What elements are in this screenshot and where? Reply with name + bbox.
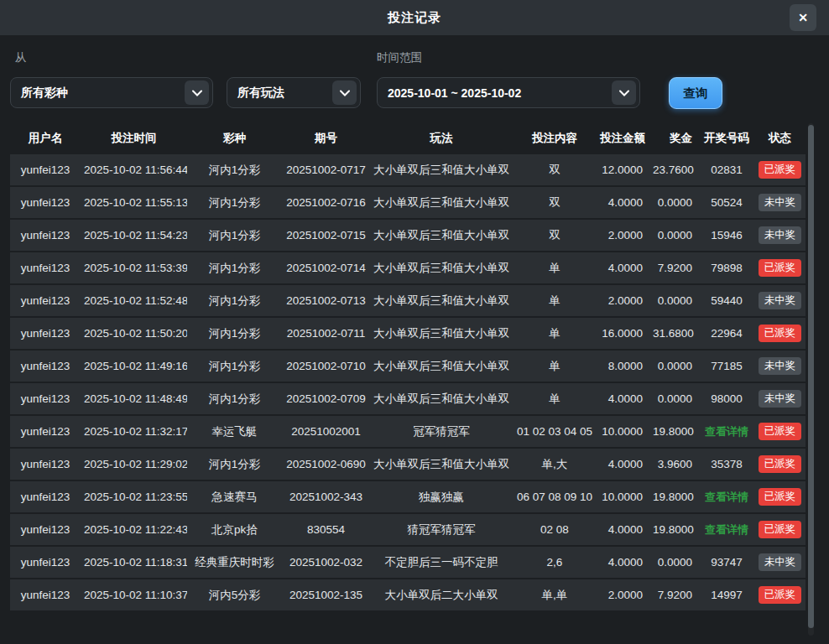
prize-cell: 0.0000 [649, 383, 699, 416]
time-cell: 2025-10-02 11:49:16 [81, 351, 187, 383]
scrollbar-track [808, 123, 814, 636]
user-cell: yunfei123 [10, 514, 81, 547]
chevron-down-icon[interactable] [612, 80, 636, 105]
numbers-cell: 35378 [699, 449, 754, 481]
time-cell: 2025-10-02 11:32:17 [81, 416, 187, 449]
time-cell: 2025-10-02 11:29:02 [81, 449, 187, 481]
table-header-row: 用户名投注时间彩种期号玩法投注内容投注金额奖金开奖号码状态 [10, 123, 806, 154]
user-cell: yunfei123 [10, 252, 81, 285]
date-range-select[interactable]: 2025-10-01 ~ 2025-10-02 [377, 77, 640, 108]
time-range-label: 时间范围 [377, 50, 422, 65]
status-cell: 未中奖 [754, 285, 806, 318]
status-badge: 已派奖 [759, 259, 802, 277]
status-badge: 已派奖 [759, 488, 802, 506]
numbers-cell: 02831 [699, 154, 754, 187]
time-cell: 2025-10-02 11:53:39 [81, 252, 187, 285]
content-cell: 06 07 08 09 10 [513, 481, 597, 514]
column-header-play: 玩法 [370, 123, 513, 154]
play-type-select[interactable]: 所有玩法 [227, 77, 361, 108]
play-cell: 不定胆后三一码不定胆 [370, 547, 513, 579]
search-button[interactable]: 查询 [669, 77, 722, 109]
numbers-cell: 59440 [699, 285, 754, 318]
play-type-value: 所有玩法 [237, 86, 284, 101]
issue-cell: 830554 [282, 514, 370, 547]
status-cell: 已派奖 [754, 449, 806, 481]
user-cell: yunfei123 [10, 220, 81, 252]
status-badge: 未中奖 [759, 390, 802, 408]
table-row: yunfei1232025-10-02 11:56:44河内1分彩2025100… [10, 154, 806, 187]
user-cell: yunfei123 [10, 481, 81, 514]
view-details-link[interactable]: 查看详情 [705, 523, 748, 536]
status-cell: 未中奖 [754, 220, 806, 252]
lottery-type-select[interactable]: 所有彩种 [10, 77, 213, 108]
content-cell: 单 [513, 318, 597, 351]
column-header-prize: 奖金 [649, 123, 699, 154]
user-cell: yunfei123 [10, 383, 81, 416]
user-cell: yunfei123 [10, 285, 81, 318]
amount-cell: 4.0000 [597, 187, 649, 220]
view-details-link[interactable]: 查看详情 [705, 425, 748, 438]
table-row: yunfei1232025-10-02 11:54:23河内1分彩2025100… [10, 220, 806, 252]
play-cell: 大小单双后三和值大小单双 [370, 252, 513, 285]
prize-cell: 19.8000 [649, 514, 699, 547]
prize-cell: 3.9600 [649, 449, 699, 481]
status-badge: 未中奖 [759, 226, 802, 244]
amount-cell: 10.0000 [597, 481, 649, 514]
draw-numbers-cell: 查看详情 [699, 514, 754, 547]
table-row: yunfei1232025-10-02 11:48:49河内1分彩2025100… [10, 383, 806, 416]
table-body: yunfei1232025-10-02 11:56:44河内1分彩2025100… [10, 154, 806, 612]
prize-cell: 0.0000 [649, 547, 699, 579]
prize-cell: 19.8000 [649, 481, 699, 514]
chevron-down-icon[interactable] [332, 80, 357, 105]
chevron-down-icon[interactable] [185, 80, 209, 105]
content-cell: 单 [513, 285, 597, 318]
play-cell: 大小单双后二大小单双 [370, 579, 513, 612]
status-cell: 已派奖 [754, 252, 806, 285]
table-row: yunfei1232025-10-02 11:49:16河内1分彩2025100… [10, 351, 806, 383]
status-badge: 未中奖 [759, 292, 802, 309]
amount-cell: 10.0000 [597, 416, 649, 449]
amount-cell: 4.0000 [597, 252, 649, 285]
column-header-lottery: 彩种 [187, 123, 282, 154]
lottery-cell: 河内1分彩 [187, 449, 282, 481]
close-icon: ✕ [798, 11, 808, 24]
modal-titlebar: 投注记录 ✕ [0, 0, 829, 35]
issue-cell: 20251002-0716 [282, 187, 370, 220]
view-details-link[interactable]: 查看详情 [705, 491, 748, 503]
column-header-amount: 投注金额 [597, 123, 649, 154]
status-badge: 已派奖 [759, 161, 802, 179]
numbers-cell: 79898 [699, 252, 754, 285]
play-cell: 大小单双后三和值大小单双 [370, 318, 513, 351]
status-badge: 已派奖 [759, 586, 802, 604]
content-cell: 单,大 [513, 449, 597, 481]
amount-cell: 4.0000 [597, 547, 649, 579]
user-cell: yunfei123 [10, 351, 81, 383]
status-cell: 未中奖 [754, 351, 806, 383]
numbers-cell: 98000 [699, 383, 754, 416]
prize-cell: 0.0000 [649, 187, 699, 220]
content-cell: 2,6 [513, 547, 597, 579]
numbers-cell: 77185 [699, 351, 754, 383]
amount-cell: 2.0000 [597, 579, 649, 612]
lottery-type-value: 所有彩种 [21, 86, 68, 101]
issue-cell: 20251002-0711 [282, 318, 370, 351]
status-badge: 已派奖 [759, 423, 802, 440]
table-row: yunfei1232025-10-02 11:22:43北京pk拾830554猜… [10, 514, 806, 547]
status-badge: 已派奖 [759, 325, 802, 342]
play-cell: 大小单双后三和值大小单双 [370, 351, 513, 383]
date-range-value: 2025-10-01 ~ 2025-10-02 [388, 86, 521, 100]
issue-cell: 20251002-0713 [282, 285, 370, 318]
lottery-cell: 河内1分彩 [187, 285, 282, 318]
table-row: yunfei1232025-10-02 11:55:13河内1分彩2025100… [10, 187, 806, 220]
issue-cell: 20251002001 [282, 416, 370, 449]
close-button[interactable]: ✕ [790, 4, 816, 31]
user-cell: yunfei123 [10, 449, 81, 481]
numbers-cell: 14997 [699, 579, 754, 612]
lottery-cell: 河内1分彩 [187, 383, 282, 416]
issue-cell: 20251002-135 [282, 579, 370, 612]
amount-cell: 4.0000 [597, 383, 649, 416]
scrollbar-thumb[interactable] [808, 125, 814, 628]
column-header-status: 状态 [754, 123, 806, 154]
content-cell: 双 [513, 220, 597, 252]
lottery-cell: 河内1分彩 [187, 154, 282, 187]
